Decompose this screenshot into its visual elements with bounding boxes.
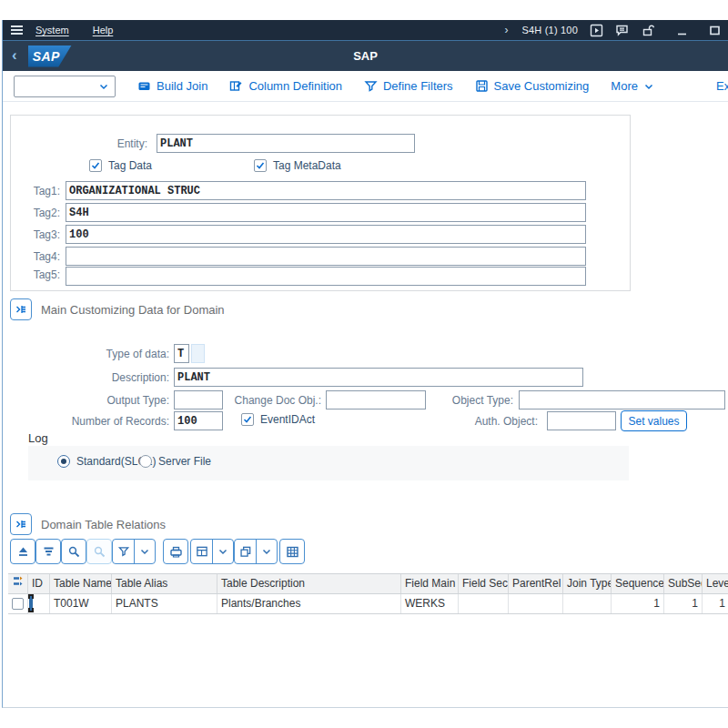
menu-bar: System Help › S4H (1) 100: [3, 20, 728, 40]
column-definition-button[interactable]: Column Definition: [229, 79, 342, 93]
table-header-row: ID Table Name Table Alias Table Descript…: [8, 573, 728, 594]
system-status-text: S4H (1) 100: [521, 25, 578, 35]
column-header-table-alias[interactable]: Table Alias: [112, 574, 217, 593]
select-all-icon: [12, 575, 24, 587]
set-filter-split-button[interactable]: [112, 539, 156, 564]
set-values-button[interactable]: Set values: [621, 410, 687, 431]
unlock-icon[interactable]: [642, 24, 655, 37]
row-subseq-cell[interactable]: 1: [664, 594, 703, 613]
row-field-sec-cell[interactable]: [459, 594, 509, 613]
row-id-cell[interactable]: [28, 594, 50, 613]
menu-help[interactable]: Help: [93, 25, 114, 35]
layout-combobox[interactable]: [14, 76, 116, 97]
column-header-field-sec[interactable]: Field Sec.: [459, 574, 509, 593]
row-parentrel-cell[interactable]: [509, 594, 563, 613]
hamburger-menu-icon[interactable]: [3, 25, 30, 35]
row-field-main-cell[interactable]: WERKS: [401, 594, 459, 613]
export-button[interactable]: [235, 540, 256, 563]
views-dropdown-chevron-icon[interactable]: [212, 540, 233, 563]
set-filter-button[interactable]: [113, 540, 134, 563]
shell-bar: SAP ‹ SAP: [3, 40, 728, 71]
tag2-label: Tag2:: [11, 207, 60, 219]
collapse-section-icon[interactable]: [10, 513, 32, 535]
find-next-button[interactable]: [86, 539, 112, 564]
define-filters-button[interactable]: Define Filters: [364, 79, 453, 93]
row-table-alias-cell[interactable]: PLANTS: [112, 594, 217, 613]
row-table-name-cell[interactable]: T001W: [50, 594, 112, 613]
output-type-label: Output Type:: [3, 394, 169, 407]
menu-system[interactable]: System: [35, 25, 69, 35]
tag2-input[interactable]: [66, 203, 586, 222]
tag1-label: Tag1:: [11, 185, 60, 197]
description-input[interactable]: [174, 368, 583, 387]
exit-button[interactable]: Exit: [716, 79, 728, 93]
column-header-parentrel[interactable]: ParentRel: [509, 574, 563, 593]
log-section-title: Log: [28, 431, 48, 445]
tag-metadata-checkbox-row: Tag MetaData: [254, 159, 341, 172]
page-title: SAP: [3, 49, 728, 63]
export-dropdown-chevron-icon[interactable]: [256, 540, 277, 563]
build-join-button[interactable]: Build Join: [137, 79, 207, 93]
log-serverfile-option: Server File: [139, 455, 211, 468]
row-level-cell[interactable]: 1: [703, 594, 728, 613]
object-type-label: Object Type:: [385, 394, 513, 407]
auth-object-label: Auth. Object:: [403, 415, 538, 428]
chevron-down-icon: [643, 81, 654, 92]
entity-input[interactable]: [157, 134, 415, 153]
column-header-id[interactable]: ID: [28, 574, 50, 593]
server-file-radio[interactable]: [139, 455, 152, 468]
views-split-button[interactable]: [190, 539, 234, 564]
tag3-input[interactable]: [66, 225, 586, 244]
more-button[interactable]: More: [611, 79, 654, 93]
section-main-customizing: Main Customizing Data for Domain: [10, 298, 225, 320]
select-all-header-cell[interactable]: [8, 574, 28, 593]
save-icon: [475, 79, 489, 93]
row-select-cell[interactable]: [8, 594, 28, 613]
export-split-button[interactable]: [234, 539, 278, 564]
column-header-sequence[interactable]: Sequence: [612, 574, 664, 593]
column-header-field-main[interactable]: Field Main: [401, 574, 459, 593]
eventid-checkbox[interactable]: [241, 413, 254, 426]
type-of-data-label: Type of data:: [3, 348, 169, 360]
number-of-records-input[interactable]: [174, 411, 223, 430]
sort-descending-button[interactable]: [35, 539, 61, 564]
type-of-data-input[interactable]: [174, 344, 189, 363]
tag1-input[interactable]: [66, 181, 586, 200]
print-button[interactable]: [163, 539, 188, 564]
column-header-subseq[interactable]: SubSeq.: [664, 574, 703, 593]
row-join-type-cell[interactable]: [563, 594, 612, 613]
row-sequence-cell[interactable]: 1: [612, 594, 664, 613]
tag4-input[interactable]: [66, 247, 586, 266]
overflow-chevron-icon[interactable]: ›: [504, 24, 508, 36]
selected-cell[interactable]: [29, 595, 33, 612]
minimize-icon[interactable]: [676, 25, 688, 36]
object-type-input[interactable]: [519, 390, 725, 410]
collapse-section-icon[interactable]: [10, 298, 32, 320]
row-checkbox[interactable]: [12, 598, 24, 610]
column-header-table-name[interactable]: Table Name: [50, 574, 112, 593]
tag-data-checkbox[interactable]: [89, 159, 102, 172]
find-button[interactable]: [61, 539, 86, 564]
standard-radio[interactable]: [57, 455, 70, 468]
tag5-input[interactable]: [66, 267, 586, 286]
auth-object-input[interactable]: [547, 411, 616, 430]
column-header-level[interactable]: Level: [703, 574, 728, 593]
table-row: T001W PLANTS Plants/Branches WERKS 1 1 1: [8, 594, 728, 614]
server-file-radio-label: Server File: [158, 455, 211, 468]
save-customizing-button[interactable]: Save Customizing: [475, 79, 590, 93]
column-header-join-type[interactable]: Join Type: [563, 574, 612, 593]
tag5-label: Tag5:: [11, 268, 60, 281]
maximize-icon[interactable]: [709, 25, 721, 36]
chat-icon[interactable]: [615, 24, 630, 37]
tag-metadata-checkbox[interactable]: [254, 159, 267, 172]
section-title: Main Customizing Data for Domain: [41, 303, 225, 317]
choose-layout-button[interactable]: [279, 539, 305, 564]
gui-script-icon[interactable]: [590, 24, 603, 37]
sort-ascending-button[interactable]: [10, 539, 35, 564]
column-header-table-description[interactable]: Table Description: [217, 574, 401, 593]
row-table-description-cell[interactable]: Plants/Branches: [217, 594, 401, 613]
filter-dropdown-chevron-icon[interactable]: [134, 540, 155, 563]
section-title: Domain Table Relations: [41, 518, 166, 531]
views-button[interactable]: [191, 540, 212, 563]
column-definition-icon: [229, 79, 243, 93]
